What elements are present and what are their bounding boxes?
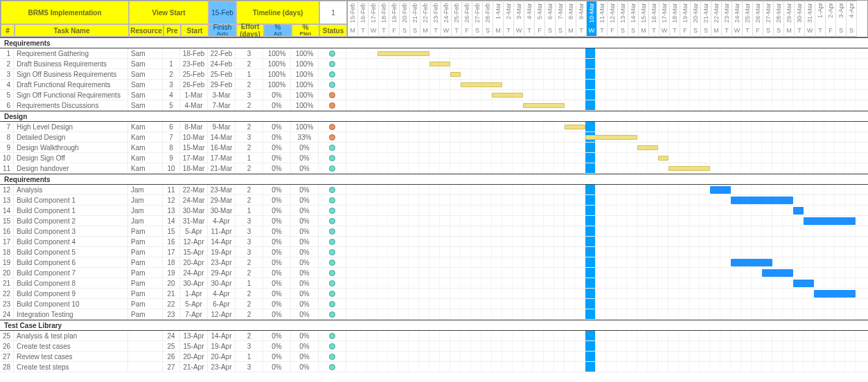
task-row[interactable]: 19Build Component 6Pam1820-Apr23-Apr20%0…	[0, 257, 868, 268]
cell-effort[interactable]: 2	[236, 309, 263, 319]
task-row[interactable]: 26Create test cases2515-Apr19-Apr30%0%	[0, 341, 868, 352]
gantt-bar[interactable]	[461, 82, 502, 87]
cell-pre[interactable]: 9	[163, 153, 180, 163]
cell-pct-act[interactable]: 0%	[263, 257, 291, 267]
date-col[interactable]: 25-FebT	[452, 1, 462, 37]
date-col[interactable]: 5-MarF	[535, 1, 545, 37]
cell-task[interactable]: Draft Functional Requirements	[14, 80, 128, 89]
gantt-bar[interactable]	[793, 207, 804, 215]
task-row[interactable]: 5Sign Off Functional RequirementsSam41-M…	[0, 90, 868, 100]
date-col[interactable]: 9-MarT	[576, 1, 587, 37]
cell-num[interactable]: 12	[0, 185, 14, 194]
cell-pre[interactable]: 23	[163, 309, 180, 319]
cell-pre[interactable]: 5	[163, 100, 180, 110]
cell-num[interactable]: 17	[0, 237, 14, 246]
date-col[interactable]: 13-MarS	[618, 1, 628, 37]
gantt-bar[interactable]	[450, 72, 461, 77]
cell-pre[interactable]: 3	[163, 80, 180, 89]
cell-pct-act[interactable]: 0%	[263, 143, 291, 152]
cell-finish[interactable]: 14-Apr	[208, 331, 236, 340]
cell-pct-act[interactable]: 0%	[263, 362, 291, 372]
cell-effort[interactable]: 1	[236, 206, 263, 215]
task-row[interactable]: 3Sign Off Business RequirementsSam225-Fe…	[0, 69, 868, 80]
cell-pct-act[interactable]: 0%	[263, 341, 291, 351]
cell-pre[interactable]: 21	[163, 289, 180, 298]
task-row[interactable]: 18Build Component 5Pam1715-Apr19-Apr30%0…	[0, 247, 868, 257]
cell-start[interactable]: 21-Apr	[180, 362, 208, 372]
date-col[interactable]: 22-FebM	[420, 1, 431, 37]
date-col[interactable]: 19-FebF	[389, 1, 400, 37]
cell-pre[interactable]: 4	[163, 90, 180, 100]
cell-pct-plan[interactable]: 0%	[291, 341, 319, 351]
date-col[interactable]: 21-FebS	[410, 1, 420, 37]
date-col[interactable]: 18-MarT	[670, 1, 680, 37]
cell-task[interactable]: Sign Off Business Requirements	[14, 69, 128, 79]
cell-task[interactable]: Review test cases	[14, 352, 128, 361]
cell-resource[interactable]: Jam	[128, 206, 163, 215]
cell-pre[interactable]: 1	[163, 59, 180, 69]
cell-pre[interactable]: 10	[163, 163, 180, 173]
cell-resource[interactable]: Sam	[128, 69, 163, 79]
cell-pct-act[interactable]: 0%	[263, 289, 291, 298]
cell-task[interactable]: Build Component 5	[14, 247, 128, 257]
cell-pct-plan[interactable]: 100%	[291, 122, 319, 131]
cell-effort[interactable]: 3	[236, 237, 263, 246]
cell-task[interactable]: Detailed Design	[14, 132, 128, 142]
cell-start[interactable]: 1-Mar	[180, 90, 208, 100]
cell-pct-act[interactable]: 0%	[263, 226, 291, 236]
cell-finish[interactable]: 23-Apr	[208, 257, 236, 267]
task-row[interactable]: 1Requirement GatheringSam18-Feb22-Feb310…	[0, 48, 868, 59]
gantt-bar[interactable]	[565, 125, 585, 129]
date-col[interactable]: 12-MarF	[608, 1, 618, 37]
task-row[interactable]: 14Build Component 1Jam1330-Mar30-Mar10%0…	[0, 206, 868, 216]
cell-pct-plan[interactable]: 100%	[291, 80, 319, 89]
cell-task[interactable]: Build Component 3	[14, 226, 128, 236]
cell-task[interactable]: Design Walkthrough	[14, 143, 128, 152]
date-col[interactable]: 14-MarS	[628, 1, 639, 37]
gantt-bar[interactable]	[523, 103, 565, 108]
cell-start[interactable]: 15-Apr	[180, 247, 208, 257]
date-col[interactable]: 20-FebS	[400, 1, 410, 37]
cell-pct-act[interactable]: 0%	[263, 122, 291, 131]
cell-finish[interactable]: 12-Apr	[208, 309, 236, 319]
cell-num[interactable]: 27	[0, 352, 14, 361]
cell-effort[interactable]: 2	[236, 80, 263, 89]
cell-num[interactable]: 4	[0, 80, 14, 89]
task-row[interactable]: 27Review test cases2620-Apr20-Apr10%0%	[0, 352, 868, 362]
date-col[interactable]: 4-AprS	[847, 1, 857, 37]
cell-task[interactable]: Build Component 4	[14, 237, 128, 246]
date-col[interactable]: 22-MarM	[711, 1, 722, 37]
date-col[interactable]: 18-FebT	[379, 1, 389, 37]
cell-resource[interactable]	[128, 331, 163, 340]
date-col[interactable]: 6-MarS	[545, 1, 556, 37]
cell-start[interactable]: 18-Mar	[180, 163, 208, 173]
cell-task[interactable]: Analysis & test plan	[14, 331, 128, 340]
cell-resource[interactable]: Kam	[128, 132, 163, 142]
cell-pct-act[interactable]: 0%	[263, 299, 291, 309]
cell-effort[interactable]: 2	[236, 122, 263, 131]
cell-pct-plan[interactable]: 0%	[291, 237, 319, 246]
cell-pct-plan[interactable]: 0%	[291, 143, 319, 152]
cell-pct-plan[interactable]: 0%	[291, 362, 319, 372]
cell-finish[interactable]: 14-Mar	[208, 132, 236, 142]
task-row[interactable]: 10Design Sign OffKam917-Mar17-Mar10%0%	[0, 153, 868, 163]
date-col[interactable]: 24-MarW	[732, 1, 743, 37]
cell-effort[interactable]: 2	[236, 59, 263, 69]
cell-pct-act[interactable]: 100%	[263, 48, 291, 58]
cell-num[interactable]: 10	[0, 153, 14, 163]
task-row[interactable]: 17Build Component 4Pam1612-Apr14-Apr30%0…	[0, 237, 868, 247]
cell-start[interactable]: 30-Mar	[180, 206, 208, 215]
task-row[interactable]: 24Integration TestingPam237-Apr12-Apr20%…	[0, 309, 868, 320]
task-row[interactable]: 13Build Component 1Jam1224-Mar29-Mar20%0…	[0, 195, 868, 206]
cell-resource[interactable]: Pam	[128, 268, 163, 278]
col-pct-act[interactable]: % Act	[264, 24, 292, 37]
col-effort[interactable]: Effort (days)	[236, 24, 264, 37]
cell-finish[interactable]: 25-Feb	[208, 69, 236, 79]
cell-pre[interactable]: 11	[163, 185, 180, 194]
cell-pre[interactable]	[163, 48, 180, 58]
gantt-bar[interactable]	[793, 280, 814, 287]
cell-finish[interactable]: 23-Mar	[208, 185, 236, 194]
cell-finish[interactable]: 19-Apr	[208, 247, 236, 257]
cell-num[interactable]: 22	[0, 289, 14, 298]
cell-finish[interactable]: 29-Feb	[208, 80, 236, 89]
